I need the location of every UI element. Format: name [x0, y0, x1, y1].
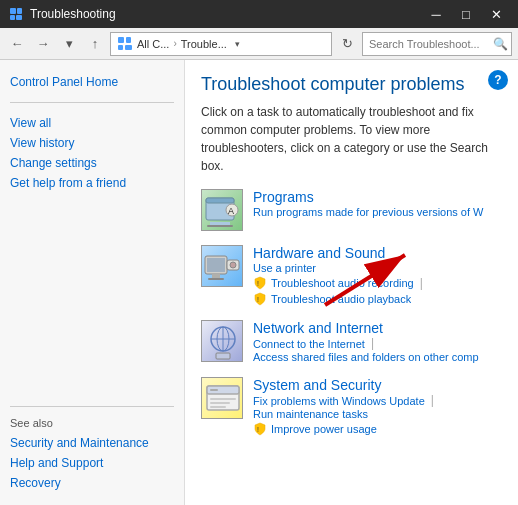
search-button[interactable]: 🔍: [493, 37, 508, 51]
up-button[interactable]: ↑: [84, 33, 106, 55]
svg-rect-26: [216, 353, 230, 359]
svg-text:A: A: [228, 206, 234, 216]
svg-rect-7: [125, 45, 132, 50]
back-button[interactable]: ←: [6, 33, 28, 55]
hardware-sub2[interactable]: Troubleshoot audio recording: [271, 277, 414, 289]
svg-rect-5: [126, 37, 131, 43]
sidebar-control-panel-home[interactable]: Control Panel Home: [10, 72, 174, 92]
address-path[interactable]: All C... › Trouble... ▾: [110, 32, 332, 56]
category-system: System and Security Fix problems with Wi…: [201, 377, 502, 436]
svg-rect-15: [207, 258, 225, 272]
pipe-1: |: [420, 276, 423, 290]
svg-rect-30: [210, 398, 236, 400]
network-icon: [201, 320, 243, 362]
shield-icon-1: !: [253, 276, 267, 290]
sidebar-get-help[interactable]: Get help from a friend: [10, 173, 174, 193]
search-wrapper: 🔍: [362, 32, 512, 56]
system-sub1[interactable]: Fix problems with Windows Update: [253, 395, 425, 407]
title-bar: Troubleshooting ─ □ ✕: [0, 0, 518, 28]
dropdown-button[interactable]: ▾: [58, 33, 80, 55]
window-title: Troubleshooting: [30, 7, 422, 21]
svg-point-17: [230, 262, 236, 268]
system-content: System and Security Fix problems with Wi…: [253, 377, 502, 436]
svg-rect-18: [212, 274, 220, 278]
network-sub1[interactable]: Connect to the Internet: [253, 338, 365, 350]
hardware-content: Hardware and Sound Use a printer ! Troub…: [253, 245, 502, 306]
content-description: Click on a task to automatically trouble…: [201, 103, 502, 175]
hardware-sub3[interactable]: Troubleshoot audio playback: [271, 293, 411, 305]
svg-rect-9: [206, 198, 234, 203]
path-segment-2: Trouble...: [181, 38, 227, 50]
svg-text:!: !: [257, 426, 259, 433]
sidebar-spacer: [10, 193, 174, 396]
network-content: Network and Internet Connect to the Inte…: [253, 320, 502, 363]
hardware-title[interactable]: Hardware and Sound: [253, 245, 502, 261]
hardware-svg: [202, 246, 244, 288]
sidebar-security[interactable]: Security and Maintenance: [10, 433, 174, 453]
window-controls: ─ □ ✕: [422, 4, 510, 24]
refresh-button[interactable]: ↻: [336, 33, 358, 55]
svg-rect-4: [118, 37, 124, 43]
system-sub3-row: ! Improve power usage: [253, 422, 502, 436]
system-icon: [201, 377, 243, 419]
svg-rect-6: [118, 45, 123, 50]
pipe-3: |: [431, 393, 434, 407]
programs-svg: A: [202, 190, 244, 232]
svg-rect-19: [208, 278, 224, 280]
path-arrow-1: ›: [173, 38, 176, 49]
sidebar-help-support[interactable]: Help and Support: [10, 453, 174, 473]
system-title[interactable]: System and Security: [253, 377, 502, 393]
maximize-button[interactable]: □: [452, 4, 480, 24]
programs-title[interactable]: Programs: [253, 189, 502, 205]
sidebar-divider-1: [10, 102, 174, 103]
path-segment-1: All C...: [137, 38, 169, 50]
system-sub3[interactable]: Improve power usage: [271, 423, 377, 435]
content-area: ? Troubleshoot computer problems Click o…: [185, 60, 518, 505]
shield-icon-2: !: [253, 292, 267, 306]
svg-rect-29: [210, 389, 218, 391]
minimize-button[interactable]: ─: [422, 4, 450, 24]
sidebar-change-settings[interactable]: Change settings: [10, 153, 174, 173]
svg-rect-1: [17, 8, 22, 14]
address-dropdown-btn[interactable]: ▾: [231, 37, 245, 51]
system-sub2[interactable]: Run maintenance tasks: [253, 408, 502, 420]
network-sub1-row: Connect to the Internet |: [253, 336, 502, 350]
svg-rect-10: [210, 222, 230, 225]
svg-text:!: !: [257, 296, 259, 303]
path-icon: [117, 36, 133, 52]
category-hardware: Hardware and Sound Use a printer ! Troub…: [201, 245, 502, 306]
programs-icon: A: [201, 189, 243, 231]
sidebar-recovery[interactable]: Recovery: [10, 473, 174, 493]
shield-icon-3: !: [253, 422, 267, 436]
programs-content: Programs Run programs made for previous …: [253, 189, 502, 218]
network-sub2[interactable]: Access shared files and folders on other…: [253, 351, 502, 363]
content-title: Troubleshoot computer problems: [201, 74, 502, 95]
sidebar-view-all[interactable]: View all: [10, 113, 174, 133]
svg-rect-31: [210, 402, 230, 404]
main-layout: Control Panel Home View all View history…: [0, 60, 518, 505]
pipe-2: |: [371, 336, 374, 350]
close-button[interactable]: ✕: [482, 4, 510, 24]
system-svg: [202, 378, 244, 420]
svg-text:!: !: [257, 280, 259, 287]
network-svg: [202, 321, 244, 363]
category-network: Network and Internet Connect to the Inte…: [201, 320, 502, 363]
sidebar-view-history[interactable]: View history: [10, 133, 174, 153]
forward-button[interactable]: →: [32, 33, 54, 55]
svg-rect-3: [16, 15, 22, 20]
hardware-sub2-row: ! Troubleshoot audio recording |: [253, 276, 502, 290]
help-icon[interactable]: ?: [488, 70, 508, 90]
address-bar: ← → ▾ ↑ All C... › Trouble... ▾ ↻ 🔍: [0, 28, 518, 60]
programs-sub1[interactable]: Run programs made for previous versions …: [253, 206, 502, 218]
network-title[interactable]: Network and Internet: [253, 320, 502, 336]
window-icon: [8, 6, 24, 22]
hardware-sub3-row: ! Troubleshoot audio playback: [253, 292, 502, 306]
svg-rect-32: [210, 406, 226, 408]
svg-rect-2: [10, 15, 15, 20]
category-programs: A Programs Run programs made for previou…: [201, 189, 502, 231]
see-also-label: See also: [10, 417, 174, 429]
sidebar: Control Panel Home View all View history…: [0, 60, 185, 505]
search-input[interactable]: [362, 32, 512, 56]
hardware-sub1[interactable]: Use a printer: [253, 262, 502, 274]
svg-rect-0: [10, 8, 16, 14]
